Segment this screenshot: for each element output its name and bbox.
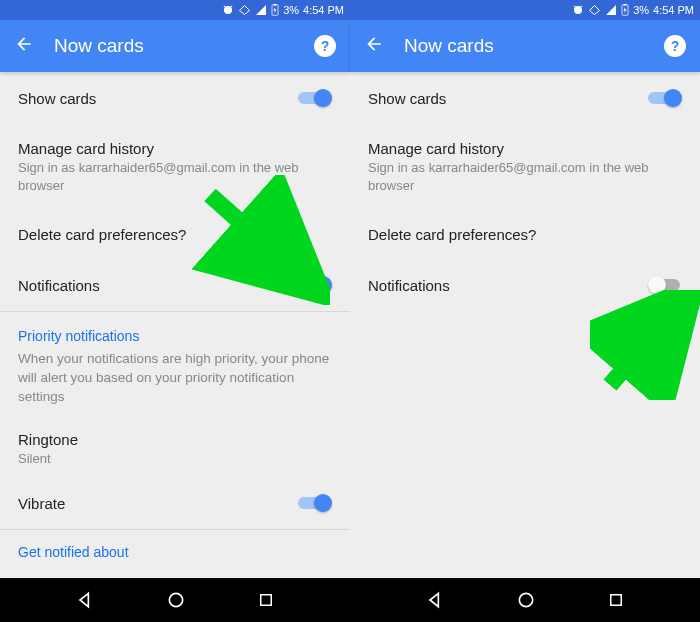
nav-recent-icon[interactable]: [257, 591, 275, 609]
row-notifications[interactable]: Notifications: [350, 259, 700, 311]
signal-icon: [605, 4, 617, 16]
section-priority-header: Priority notifications: [0, 312, 350, 350]
battery-percent: 3%: [283, 4, 299, 16]
page-title: Now cards: [54, 35, 294, 57]
row-delete-prefs[interactable]: Delete card preferences?: [0, 210, 350, 259]
nav-back-icon[interactable]: [425, 590, 445, 610]
help-icon[interactable]: ?: [664, 35, 686, 57]
app-bar: Now cards ?: [350, 20, 700, 72]
app-bar: Now cards ?: [0, 20, 350, 72]
svg-point-8: [519, 593, 532, 606]
label: Delete card preferences?: [368, 226, 682, 243]
toggle-show-cards[interactable]: [648, 88, 682, 108]
screen-left: 3% 4:54 PM Now cards ? Show cards Manage…: [0, 0, 350, 578]
clock-time: 4:54 PM: [303, 4, 344, 16]
toggle-show-cards[interactable]: [298, 88, 332, 108]
row-delete-prefs[interactable]: Delete card preferences?: [350, 210, 700, 259]
sublabel: Sign in as karrarhaider65@gmail.com in t…: [368, 159, 682, 194]
label: Manage card history: [368, 140, 682, 157]
svg-point-6: [169, 593, 182, 606]
wifi-icon: [588, 4, 601, 16]
row-manage-history[interactable]: Manage card history Sign in as karrarhai…: [0, 124, 350, 210]
back-icon[interactable]: [14, 34, 34, 58]
label: Notifications: [368, 277, 638, 294]
toggle-notifications[interactable]: [648, 275, 682, 295]
sublabel: Sign in as karrarhaider65@gmail.com in t…: [18, 159, 332, 194]
nav-home-icon[interactable]: [516, 590, 536, 610]
row-show-cards[interactable]: Show cards: [350, 72, 700, 124]
screen-right: 3% 4:54 PM Now cards ? Show cards Manage…: [350, 0, 700, 578]
alarm-icon: [222, 4, 234, 16]
signal-icon: [255, 4, 267, 16]
row-show-cards[interactable]: Show cards: [0, 72, 350, 124]
row-vibrate[interactable]: Vibrate: [0, 477, 350, 529]
nav-home-icon[interactable]: [166, 590, 186, 610]
svg-rect-7: [260, 595, 271, 606]
row-ringtone[interactable]: Ringtone Silent: [0, 421, 350, 478]
label: Ringtone: [18, 431, 332, 448]
status-bar: 3% 4:54 PM: [0, 0, 350, 20]
section-get-notified[interactable]: Get notified about: [0, 530, 350, 566]
nav-recent-icon[interactable]: [607, 591, 625, 609]
clock-time: 4:54 PM: [653, 4, 694, 16]
battery-percent: 3%: [633, 4, 649, 16]
svg-rect-4: [624, 4, 627, 6]
svg-rect-9: [610, 595, 621, 606]
settings-list: Show cards Manage card history Sign in a…: [0, 72, 350, 578]
label: Manage card history: [18, 140, 332, 157]
battery-icon: [621, 4, 629, 16]
section-priority-desc: When your notifications are high priorit…: [0, 350, 350, 421]
row-notifications[interactable]: Notifications: [0, 259, 350, 311]
settings-list: Show cards Manage card history Sign in a…: [350, 72, 700, 578]
label: Show cards: [368, 90, 638, 107]
alarm-icon: [572, 4, 584, 16]
label: Delete card preferences?: [18, 226, 332, 243]
label: Vibrate: [18, 495, 288, 512]
back-icon[interactable]: [364, 34, 384, 58]
wifi-icon: [238, 4, 251, 16]
page-title: Now cards: [404, 35, 644, 57]
toggle-vibrate[interactable]: [298, 493, 332, 513]
battery-icon: [271, 4, 279, 16]
status-bar: 3% 4:54 PM: [350, 0, 700, 20]
label: Notifications: [18, 277, 288, 294]
nav-back-icon[interactable]: [75, 590, 95, 610]
toggle-notifications[interactable]: [298, 275, 332, 295]
android-nav-bar: [0, 578, 700, 622]
help-icon[interactable]: ?: [314, 35, 336, 57]
row-manage-history[interactable]: Manage card history Sign in as karrarhai…: [350, 124, 700, 210]
label: Show cards: [18, 90, 288, 107]
sublabel: Silent: [18, 450, 332, 468]
svg-rect-1: [274, 4, 277, 6]
